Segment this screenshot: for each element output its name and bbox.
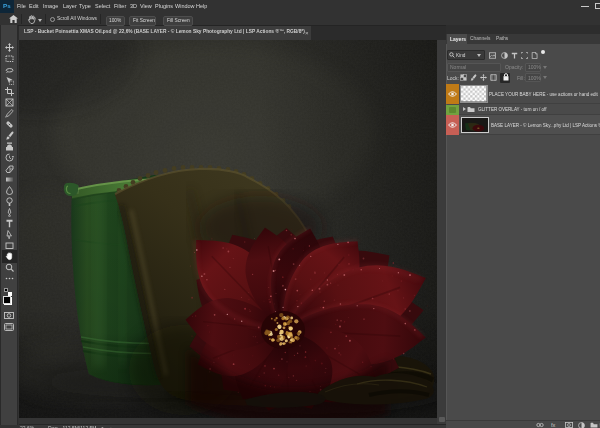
svg-text:fx: fx [551,422,556,428]
